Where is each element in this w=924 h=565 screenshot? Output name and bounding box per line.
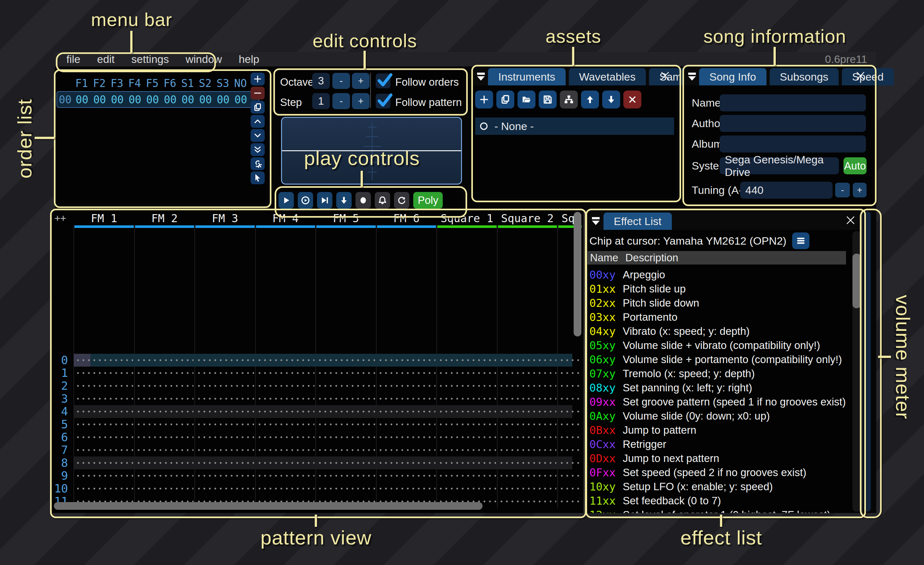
order-row[interactable]: 0000000000000000000000: [57, 91, 259, 108]
menu-item-settings[interactable]: settings: [123, 53, 177, 66]
empty-pattern-cells[interactable]: [196, 469, 254, 482]
duplicate-asset-button[interactable]: [496, 90, 514, 108]
empty-pattern-cells[interactable]: [559, 367, 582, 379]
octave-decrement-button[interactable]: -: [332, 73, 350, 89]
close-icon[interactable]: [658, 69, 672, 82]
channel-header-fm-4[interactable]: FM 4: [255, 211, 316, 225]
empty-pattern-cells[interactable]: [499, 405, 556, 418]
empty-pattern-cells[interactable]: [196, 354, 254, 367]
effect-row[interactable]: 0FxxSet speed (speed 2 if no grooves exi…: [587, 466, 862, 479]
pattern-row[interactable]: 5: [52, 418, 582, 431]
empty-pattern-cells[interactable]: [438, 405, 496, 418]
order-cell[interactable]: 00: [144, 93, 161, 106]
step-value[interactable]: 1: [312, 93, 330, 109]
empty-pattern-cells[interactable]: [196, 482, 254, 495]
order-cell[interactable]: 00: [161, 93, 179, 106]
metronome-button[interactable]: [375, 192, 390, 209]
duplicate-order-to-end-button[interactable]: [250, 143, 265, 156]
empty-pattern-cells[interactable]: [499, 495, 556, 508]
pattern-row[interactable]: 4: [52, 405, 582, 418]
empty-pattern-cells[interactable]: [378, 354, 436, 367]
empty-pattern-cells[interactable]: [75, 431, 133, 444]
empty-pattern-cells[interactable]: [378, 392, 436, 405]
empty-pattern-cells[interactable]: [136, 418, 194, 431]
pattern-row[interactable]: 0: [52, 354, 582, 367]
empty-pattern-cells[interactable]: [499, 457, 556, 469]
empty-pattern-cells[interactable]: [75, 418, 133, 431]
window-collapse-icon[interactable]: [686, 68, 698, 86]
empty-pattern-cells[interactable]: [438, 431, 496, 444]
empty-pattern-cells[interactable]: [499, 482, 556, 495]
tuning-field[interactable]: 440: [740, 182, 832, 199]
window-collapse-icon[interactable]: [590, 212, 602, 230]
empty-pattern-cells[interactable]: [136, 469, 194, 482]
effect-row[interactable]: 0BxxJump to pattern: [587, 423, 862, 437]
empty-pattern-cells[interactable]: [317, 457, 375, 469]
deep-clone-order-button[interactable]: [250, 157, 265, 170]
asset-directories-button[interactable]: [560, 90, 578, 108]
pattern-row[interactable]: 1: [52, 367, 582, 379]
empty-pattern-cells[interactable]: [317, 354, 375, 367]
step-increment-button[interactable]: +: [352, 93, 370, 109]
empty-pattern-cells[interactable]: [559, 495, 582, 508]
empty-pattern-cells[interactable]: [378, 418, 436, 431]
system-field[interactable]: Sega Genesis/Mega Drive: [720, 157, 839, 174]
empty-pattern-cells[interactable]: [196, 431, 254, 444]
empty-pattern-cells[interactable]: [317, 405, 375, 418]
step-row-button[interactable]: [336, 192, 352, 209]
empty-pattern-cells[interactable]: [559, 431, 582, 444]
empty-pattern-cells[interactable]: [499, 392, 556, 405]
order-cell[interactable]: 00: [126, 93, 144, 106]
channel-header-fm-5[interactable]: FM 5: [316, 211, 376, 225]
empty-pattern-cells[interactable]: [136, 457, 194, 469]
tuning-decrement-button[interactable]: -: [835, 183, 850, 197]
empty-pattern-cells[interactable]: [438, 367, 496, 379]
tab-speed[interactable]: Speed: [842, 68, 894, 86]
pattern-expand-corner[interactable]: ++: [54, 212, 66, 224]
empty-pattern-cells[interactable]: [378, 482, 436, 495]
empty-pattern-cells[interactable]: [559, 354, 582, 367]
menu-item-window[interactable]: window: [177, 53, 230, 66]
empty-pattern-cells[interactable]: [499, 379, 556, 392]
empty-pattern-cells[interactable]: [378, 367, 436, 379]
album-field[interactable]: [720, 135, 866, 152]
step-decrement-button[interactable]: -: [332, 93, 350, 109]
poly-button[interactable]: Poly: [413, 192, 443, 209]
empty-pattern-cells[interactable]: [378, 431, 436, 444]
empty-pattern-cells[interactable]: [559, 405, 582, 418]
order-cell[interactable]: 00: [196, 93, 214, 106]
empty-pattern-cells[interactable]: [438, 469, 496, 482]
octave-value[interactable]: 3: [312, 73, 330, 89]
author-field[interactable]: [720, 115, 866, 132]
order-cell[interactable]: 00: [91, 93, 108, 106]
tab-wavetables[interactable]: Wavetables: [569, 68, 646, 86]
empty-pattern-cells[interactable]: [378, 469, 436, 482]
empty-pattern-cells[interactable]: [317, 431, 375, 444]
empty-pattern-cells[interactable]: [438, 354, 496, 367]
empty-pattern-cells[interactable]: [499, 367, 556, 379]
play-button[interactable]: [279, 192, 294, 209]
empty-pattern-cells[interactable]: [317, 444, 375, 457]
empty-pattern-cells[interactable]: [317, 418, 375, 431]
effect-row[interactable]: 08xySet panning (x: left; y: right): [587, 381, 862, 395]
empty-pattern-cells[interactable]: [75, 444, 133, 457]
empty-pattern-cells[interactable]: [75, 469, 133, 482]
empty-pattern-cells[interactable]: [499, 431, 556, 444]
empty-pattern-cells[interactable]: [196, 418, 254, 431]
menu-item-edit[interactable]: edit: [88, 53, 123, 66]
empty-pattern-cells[interactable]: [559, 379, 582, 392]
effect-row[interactable]: 05xyVolume slide + vibrato (compatibilit…: [587, 338, 862, 353]
channel-header-square-2[interactable]: Square 2: [497, 211, 558, 225]
empty-pattern-cells[interactable]: [499, 469, 556, 482]
empty-pattern-cells[interactable]: [196, 379, 254, 392]
pattern-vertical-scrollbar[interactable]: [574, 212, 581, 337]
open-asset-button[interactable]: [518, 90, 536, 108]
empty-pattern-cells[interactable]: [317, 469, 375, 482]
empty-pattern-cells[interactable]: [136, 392, 194, 405]
follow-pattern-checkbox[interactable]: [376, 94, 390, 108]
empty-pattern-cells[interactable]: [438, 457, 496, 469]
empty-pattern-cells[interactable]: [136, 431, 194, 444]
effect-row[interactable]: 04xyVibrato (x: speed; y: depth): [587, 324, 862, 338]
empty-pattern-cells[interactable]: [559, 444, 582, 457]
pattern-horizontal-scrollbar[interactable]: [54, 502, 483, 510]
